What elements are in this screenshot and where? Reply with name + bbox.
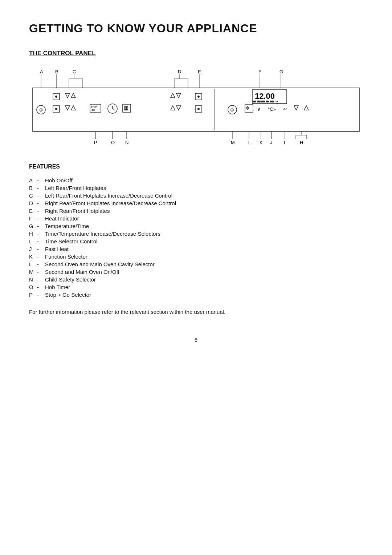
- svg-rect-59: [253, 101, 256, 102]
- svg-text:GO: GO: [91, 109, 95, 111]
- feature-description: Second and Main Oven On/Off: [45, 269, 363, 275]
- svg-rect-20: [33, 88, 359, 131]
- svg-text:∨: ∨: [257, 106, 261, 112]
- svg-rect-61: [261, 101, 265, 102]
- svg-text:↩: ↩: [283, 106, 287, 112]
- feature-item: I - Time Selector Control: [29, 238, 363, 244]
- feature-dash: -: [37, 193, 45, 199]
- feature-item: P - Stop + Go Selector: [29, 292, 363, 298]
- page-title: GETTING TO KNOW YOUR APPLIANCE: [29, 22, 363, 35]
- feature-letter: L: [29, 261, 37, 267]
- feature-letter: J: [29, 246, 37, 252]
- feature-item: J - Fast Heat: [29, 246, 363, 252]
- svg-marker-56: [304, 106, 309, 110]
- feature-item: D - Right Rear/Front Hotplates Increase/…: [29, 200, 363, 206]
- svg-text:°C»: °C»: [268, 106, 276, 112]
- feature-description: Heat Indicator: [45, 215, 363, 222]
- panel-diagram-svg: A B C D E F G ①: [29, 68, 363, 148]
- feature-letter: A: [29, 177, 37, 183]
- svg-point-26: [55, 108, 57, 110]
- feature-dash: -: [37, 200, 45, 206]
- feature-dash: -: [37, 185, 45, 191]
- feature-dash: -: [37, 269, 45, 275]
- feature-description: Right Rear/Front Hotplates Increase/Decr…: [45, 200, 363, 206]
- svg-text:L: L: [248, 140, 250, 145]
- feature-letter: M: [29, 269, 37, 275]
- svg-text:E: E: [198, 69, 201, 74]
- svg-point-46: [197, 108, 200, 110]
- feature-description: Fast Heat: [45, 246, 363, 252]
- feature-dash: -: [37, 246, 45, 252]
- feature-item: H - Time/Temperature Increase/Decrease S…: [29, 231, 363, 237]
- feature-dash: -: [37, 276, 45, 283]
- svg-text:H: H: [300, 140, 303, 145]
- svg-text:M: M: [231, 140, 235, 145]
- feature-item: L - Second Oven and Main Oven Cavity Sel…: [29, 261, 363, 267]
- svg-text:D: D: [178, 69, 181, 74]
- feature-letter: D: [29, 200, 37, 206]
- feature-letter: C: [29, 193, 37, 199]
- feature-dash: -: [37, 261, 45, 267]
- feature-letter: P: [29, 292, 37, 298]
- feature-description: Second Oven and Main Oven Cavity Selecto…: [45, 261, 363, 267]
- feature-letter: K: [29, 254, 37, 260]
- svg-text:①: ①: [39, 108, 43, 113]
- svg-marker-29: [65, 106, 70, 110]
- features-heading: FEATURES: [29, 163, 363, 170]
- svg-marker-42: [176, 106, 181, 110]
- svg-marker-39: [171, 93, 175, 98]
- feature-description: Child Safety Selector: [45, 276, 363, 283]
- feature-dash: -: [37, 177, 45, 183]
- feature-letter: F: [29, 215, 37, 222]
- feature-dash: -: [37, 231, 45, 237]
- feature-dash: -: [37, 292, 45, 298]
- svg-text:▦: ▦: [124, 105, 128, 111]
- svg-line-36: [113, 109, 115, 110]
- svg-marker-41: [171, 106, 175, 110]
- feature-description: Time Selector Control: [45, 238, 363, 244]
- svg-rect-63: [270, 101, 274, 102]
- page-number: 5: [29, 337, 363, 343]
- feature-item: K - Function Selector: [29, 254, 363, 260]
- feature-description: Temperature/Time: [45, 223, 363, 229]
- feature-description: Hob On/Off: [45, 177, 363, 183]
- svg-text:I: I: [284, 140, 285, 145]
- svg-text:①: ①: [230, 108, 234, 113]
- feature-description: Hob Timer: [45, 284, 363, 290]
- svg-point-24: [55, 96, 57, 98]
- feature-item: M - Second and Main Oven On/Off: [29, 269, 363, 275]
- feature-letter: N: [29, 276, 37, 283]
- feature-item: F - Heat Indicator: [29, 215, 363, 222]
- feature-letter: G: [29, 223, 37, 229]
- feature-description: Stop + Go Selector: [45, 292, 363, 298]
- svg-marker-27: [65, 93, 70, 98]
- svg-text:P: P: [94, 140, 97, 145]
- feature-dash: -: [37, 215, 45, 222]
- feature-dash: -: [37, 284, 45, 290]
- svg-marker-40: [176, 93, 181, 98]
- svg-text:C: C: [73, 69, 76, 74]
- svg-text:B: B: [55, 69, 58, 74]
- svg-text:F: F: [258, 69, 261, 74]
- svg-marker-28: [71, 93, 75, 98]
- control-panel-heading: THE CONTROL PANEL: [29, 50, 363, 57]
- feature-description: Left Rear/Front Hotplates Increase/Decre…: [45, 193, 363, 199]
- svg-text:O: O: [111, 140, 115, 145]
- feature-letter: H: [29, 231, 37, 237]
- feature-letter: B: [29, 185, 37, 191]
- svg-rect-60: [257, 101, 261, 102]
- feature-dash: -: [37, 208, 45, 214]
- feature-description: Right Rear/Front Hotplates: [45, 208, 363, 214]
- svg-text:N: N: [125, 140, 128, 145]
- svg-point-44: [197, 96, 200, 98]
- footnote: For further information please refer to …: [29, 309, 363, 315]
- svg-text:✥: ✥: [246, 105, 250, 111]
- svg-text:°c: °c: [275, 100, 278, 104]
- feature-description: Time/Temperature Increase/Decrease Selec…: [45, 231, 363, 237]
- feature-description: Left Rear/Front Hotplates: [45, 185, 363, 191]
- svg-text:12.00: 12.00: [255, 92, 275, 101]
- control-panel-diagram: A B C D E F G ①: [29, 68, 363, 149]
- feature-letter: E: [29, 208, 37, 214]
- svg-text:J: J: [270, 140, 273, 145]
- svg-marker-55: [294, 106, 298, 110]
